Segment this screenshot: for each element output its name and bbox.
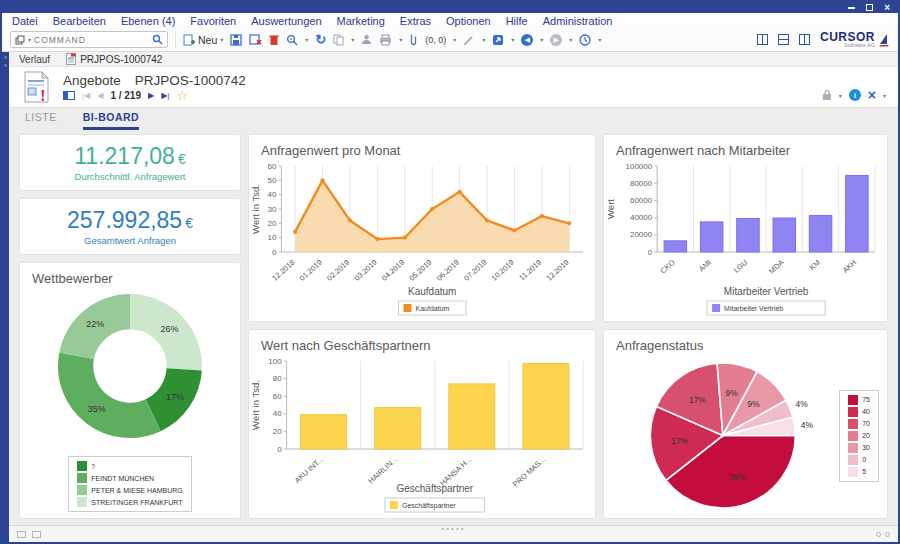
- legend-item[interactable]: 5: [848, 467, 870, 477]
- first-record-icon[interactable]: |◀: [82, 91, 90, 100]
- favorite-star-icon[interactable]: ☆: [176, 90, 188, 102]
- splitter-handle[interactable]: •••••: [441, 526, 465, 532]
- menu-auswertungen[interactable]: Auswertungen: [251, 15, 321, 27]
- close-window-icon[interactable]: ×: [884, 4, 890, 11]
- legend-item[interactable]: 75: [848, 395, 870, 405]
- chart-title: Anfragenwert pro Monat: [249, 135, 595, 158]
- bar-chart-mitarbeiter[interactable]: 020000400006000080000100000WertCKOAMILGU…: [604, 158, 887, 321]
- chevron-down-icon[interactable]: ▾: [598, 36, 601, 43]
- left-panel-strip[interactable]: ‹ ›: [2, 52, 9, 542]
- print-icon[interactable]: [379, 34, 392, 46]
- chevron-down-icon[interactable]: ▾: [28, 36, 31, 43]
- slice-label: 17%: [671, 436, 688, 446]
- menubar: Datei Bearbeiten Ebenen (4) Favoriten Au…: [2, 13, 898, 28]
- bar: [523, 364, 569, 449]
- chevron-down-icon[interactable]: ▾: [540, 36, 543, 43]
- save-close-icon[interactable]: [249, 34, 262, 46]
- line-chart-anfragenwert-pro-monat[interactable]: 0102030405060Wert in Tsd.12.201801.20190…: [249, 158, 595, 321]
- window-detach-icon[interactable]: [799, 34, 810, 45]
- data-point: [567, 221, 571, 225]
- legend-item[interactable]: 30: [848, 443, 870, 453]
- delete-icon[interactable]: [269, 34, 279, 46]
- new-record-button[interactable]: Neu ▾: [183, 34, 223, 46]
- menu-favoriten[interactable]: Favoriten: [190, 15, 236, 27]
- menu-ebenen[interactable]: Ebenen (4): [121, 15, 175, 27]
- history-clock-icon[interactable]: [579, 34, 591, 46]
- chevron-down-icon[interactable]: ▾: [399, 36, 402, 43]
- donut-chart-wettbewerber[interactable]: 26%17%35%22%?FEINDT MÜNCHENPETER & MIESE…: [20, 286, 240, 518]
- menu-marketing[interactable]: Marketing: [337, 15, 385, 27]
- export-icon[interactable]: [492, 34, 504, 46]
- zoom-icon[interactable]: [286, 34, 298, 46]
- legend-item[interactable]: STREITINGER FRANKFURT: [77, 497, 182, 507]
- svg-text:12.2019: 12.2019: [544, 258, 570, 283]
- pie-chart-anfragenstatus[interactable]: 39%17%17%9%9%4%4%754070203005: [604, 353, 887, 518]
- person-icon[interactable]: [361, 34, 372, 45]
- menu-bearbeiten[interactable]: Bearbeiten: [53, 15, 106, 27]
- slice-label: 39%: [729, 472, 746, 482]
- menu-hilfe[interactable]: Hilfe: [506, 15, 528, 27]
- new-record-label: Neu: [198, 34, 217, 46]
- command-combobox[interactable]: ▾: [10, 31, 168, 48]
- window-split-icon[interactable]: [757, 34, 768, 45]
- info-icon[interactable]: i: [849, 89, 861, 101]
- chart-card-anfragenwert-pro-monat: Anfragenwert pro Monat 0102030405060Wert…: [248, 134, 596, 322]
- forward-icon[interactable]: ▶: [550, 34, 562, 46]
- chevron-down-icon[interactable]: ▾: [883, 92, 886, 99]
- bar-chart-geschaeftspartner[interactable]: 020406080100Wert in Tsd.AKU INT...HAIRLI…: [249, 353, 595, 518]
- menu-datei[interactable]: Datei: [12, 15, 38, 27]
- expand-right-icon[interactable]: ›: [4, 62, 6, 70]
- legend-item[interactable]: 40: [848, 407, 870, 417]
- paperclip-icon[interactable]: [409, 33, 418, 46]
- verlauf-label[interactable]: Verlauf: [19, 54, 50, 65]
- legend-item[interactable]: ?: [77, 461, 182, 471]
- refresh-icon[interactable]: ↻: [315, 34, 326, 46]
- svg-text:0: 0: [277, 445, 282, 454]
- next-record-icon[interactable]: ▶: [148, 91, 154, 100]
- minimize-icon[interactable]: [848, 7, 855, 9]
- tab-liste[interactable]: LISTE: [25, 111, 57, 130]
- legend-item[interactable]: PETER & MIESE HAMBURG: [77, 485, 182, 495]
- chevron-down-icon[interactable]: ▾: [453, 36, 456, 43]
- command-input[interactable]: [34, 35, 149, 45]
- legend-item[interactable]: FEINDT MÜNCHEN: [77, 473, 182, 483]
- legend-item[interactable]: 70: [848, 419, 870, 429]
- svg-text:CKO: CKO: [659, 258, 677, 276]
- chevron-down-icon[interactable]: ▾: [305, 36, 308, 43]
- bi-board-dashboard: 11.217,08€ Durchschnittl. Anfragewert 25…: [9, 130, 898, 525]
- chevron-down-icon[interactable]: ▾: [839, 92, 842, 99]
- slice-label: 17%: [166, 392, 184, 402]
- last-record-icon[interactable]: ▶|: [161, 91, 169, 100]
- svg-text:60: 60: [273, 392, 282, 401]
- window-stack-icon: [15, 35, 25, 45]
- lock-icon[interactable]: [822, 89, 832, 101]
- panel-toggle-icon[interactable]: [63, 91, 75, 100]
- save-icon[interactable]: [230, 34, 242, 46]
- copy-icon[interactable]: [333, 34, 344, 46]
- menu-administration[interactable]: Administration: [543, 15, 613, 27]
- svg-text:20: 20: [273, 427, 282, 436]
- legend-item[interactable]: 20: [848, 431, 870, 441]
- menu-optionen[interactable]: Optionen: [446, 15, 491, 27]
- back-icon[interactable]: ◀: [521, 34, 533, 46]
- kpi-label: Gesamtwert Anfragen: [84, 235, 176, 246]
- legend-item[interactable]: 0: [848, 455, 870, 465]
- close-record-icon[interactable]: ×: [868, 89, 876, 101]
- window-stack-layout-icon[interactable]: [778, 34, 789, 45]
- collapse-left-icon[interactable]: ‹: [4, 54, 6, 62]
- search-icon[interactable]: [152, 34, 163, 45]
- menu-extras[interactable]: Extras: [400, 15, 431, 27]
- signature-pen-icon[interactable]: [463, 34, 475, 46]
- svg-text:20: 20: [267, 219, 276, 228]
- tab-bi-board[interactable]: BI-BOARD: [83, 111, 140, 130]
- chevron-down-icon[interactable]: ▾: [511, 36, 514, 43]
- slice-label: 9%: [747, 399, 760, 409]
- chevron-down-icon[interactable]: ▾: [482, 36, 485, 43]
- previous-record-icon[interactable]: ◀: [97, 91, 103, 100]
- record-tab[interactable]: PRJPOS-1000742: [66, 53, 162, 65]
- chevron-down-icon[interactable]: ▾: [569, 36, 572, 43]
- maximize-icon[interactable]: [866, 4, 873, 11]
- chevron-down-icon[interactable]: ▾: [220, 36, 223, 43]
- svg-text:Wert: Wert: [605, 199, 616, 219]
- chevron-down-icon[interactable]: ▾: [351, 36, 354, 43]
